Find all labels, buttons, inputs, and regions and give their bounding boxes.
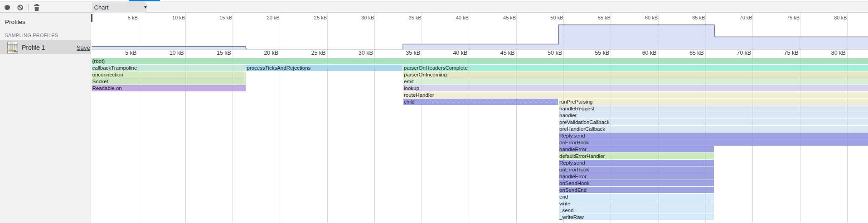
svg-text:%: % [13,48,17,53]
